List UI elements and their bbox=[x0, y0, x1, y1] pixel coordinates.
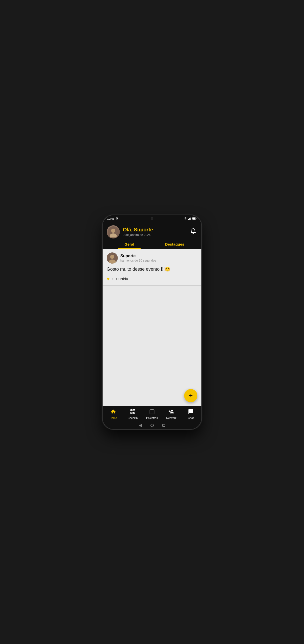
battery-icon bbox=[192, 217, 197, 220]
calendar-icon bbox=[149, 409, 155, 416]
status-time: 10:46 bbox=[107, 217, 114, 220]
signal-icon bbox=[188, 217, 191, 220]
tab-geral[interactable]: Geral bbox=[107, 242, 152, 249]
chat-icon bbox=[188, 409, 194, 416]
like-label: Curtida bbox=[116, 277, 128, 281]
status-bar: 10:46 ⚙ bbox=[103, 215, 201, 222]
app-header: Olá, Suporte 9 de janeiro de 2024 Geral bbox=[103, 222, 201, 249]
user-avatar bbox=[107, 225, 120, 238]
svg-rect-23 bbox=[134, 413, 135, 414]
svg-rect-3 bbox=[191, 217, 192, 220]
post-actions: ♥ 1 Curtida bbox=[107, 276, 197, 282]
notification-bell-button[interactable] bbox=[189, 227, 197, 237]
nav-item-checkin[interactable]: Checkin bbox=[123, 407, 142, 421]
nav-label-chat: Chat bbox=[188, 416, 194, 419]
tab-destaques[interactable]: Destaques bbox=[152, 242, 197, 249]
android-recents-button[interactable] bbox=[162, 424, 165, 427]
home-icon bbox=[110, 409, 116, 416]
svg-point-11 bbox=[110, 255, 114, 259]
svg-rect-1 bbox=[189, 218, 190, 220]
tabs-row: Geral Destaques bbox=[107, 242, 197, 249]
nav-label-palestras: Palestras bbox=[146, 416, 158, 419]
svg-rect-14 bbox=[131, 410, 132, 411]
nav-item-home[interactable]: Home bbox=[104, 407, 123, 421]
nav-item-palestras[interactable]: Palestras bbox=[142, 407, 162, 421]
header-date: 9 de janeiro de 2024 bbox=[123, 233, 153, 237]
wifi-icon bbox=[184, 217, 187, 220]
person-add-icon bbox=[168, 409, 174, 416]
svg-rect-20 bbox=[134, 412, 135, 412]
post-timestamp: há menos de 10 segundos bbox=[120, 259, 156, 262]
svg-rect-22 bbox=[134, 413, 134, 413]
nav-label-checkin: Checkin bbox=[128, 416, 138, 419]
qr-icon bbox=[130, 409, 136, 416]
svg-rect-2 bbox=[190, 218, 191, 220]
bottom-navigation: Home bbox=[103, 406, 201, 422]
empty-feed-area bbox=[103, 286, 201, 387]
android-system-bar bbox=[103, 422, 201, 429]
fab-add-button[interactable]: + bbox=[184, 389, 197, 402]
nav-label-home: Home bbox=[110, 416, 117, 419]
svg-rect-5 bbox=[193, 217, 196, 219]
svg-rect-21 bbox=[133, 413, 134, 414]
post-author-name: Suporte bbox=[120, 254, 156, 258]
nav-item-chat[interactable]: Chat bbox=[181, 407, 200, 421]
android-back-button[interactable] bbox=[139, 424, 142, 427]
android-home-button[interactable] bbox=[150, 424, 154, 427]
svg-rect-16 bbox=[134, 410, 134, 411]
post-author-avatar bbox=[107, 252, 118, 264]
post-card: Suporte há menos de 10 segundos Gosto mu… bbox=[103, 249, 201, 286]
nav-item-network[interactable]: Network bbox=[162, 407, 181, 421]
nav-label-network: Network bbox=[166, 416, 176, 419]
like-count: 1 bbox=[112, 277, 114, 281]
gear-icon: ⚙ bbox=[116, 217, 118, 220]
svg-rect-18 bbox=[131, 412, 132, 413]
post-content: Gosto muito desse evento !!!😊 bbox=[107, 266, 197, 272]
svg-rect-0 bbox=[188, 219, 189, 220]
content-area: Suporte há menos de 10 segundos Gosto mu… bbox=[103, 249, 201, 406]
svg-rect-19 bbox=[133, 412, 134, 413]
greeting-text: Olá, Suporte bbox=[123, 227, 153, 233]
svg-rect-24 bbox=[150, 410, 154, 414]
svg-point-9 bbox=[111, 229, 115, 233]
camera-notch bbox=[151, 217, 153, 220]
like-heart-icon[interactable]: ♥ bbox=[107, 276, 110, 282]
